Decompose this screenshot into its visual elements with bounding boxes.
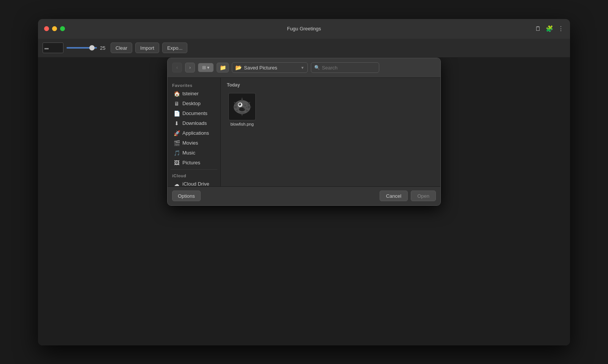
size-value: 25 (100, 45, 108, 51)
dialog-body: Favorites 🏠 tsteiner 🖥 Desktop 📄 Documen… (168, 78, 440, 186)
sidebar-item-applications[interactable]: 🚀 Applications (169, 128, 219, 138)
grid-icon: ⊞ (202, 65, 206, 70)
icloud-label: iCloud (168, 171, 220, 179)
import-button[interactable]: Import (135, 43, 159, 53)
more-icon[interactable]: ⋮ (558, 25, 564, 32)
chevron-down-icon: ▼ (301, 66, 304, 70)
dialog-toolbar: ‹ › ⊞ ▾ 📁 📂 Saved Pictures ▼ (168, 58, 440, 78)
minimize-button[interactable] (52, 26, 57, 31)
home-icon: 🏠 (174, 91, 180, 97)
documents-icon: 📄 (174, 110, 180, 117)
pictures-icon: 🖼 (174, 160, 180, 166)
file-name: blowfish.png (230, 122, 253, 126)
svg-point-12 (239, 104, 240, 104)
back-button[interactable]: ‹ (172, 63, 182, 72)
sidebar-item-desktop[interactable]: 🖥 Desktop (169, 99, 219, 109)
folder-icon: 📁 (220, 65, 226, 71)
sidebar-item-label: Documents (182, 110, 207, 116)
options-button[interactable]: Options (172, 191, 201, 201)
sidebar-item-music[interactable]: 🎵 Music (169, 148, 219, 158)
sidebar-item-documents[interactable]: 📄 Documents (169, 109, 219, 118)
search-icon: 🔍 (314, 65, 320, 70)
traffic-lights (44, 26, 65, 31)
grid-view-button[interactable]: ⊞ ▾ (198, 63, 213, 72)
main-content: ‹ › ⊞ ▾ 📁 📂 Saved Pictures ▼ (38, 58, 570, 345)
sidebar-item-pictures[interactable]: 🖼 Pictures (169, 158, 219, 168)
title-actions: 🗒 🧩 ⋮ (535, 25, 564, 32)
location-folder-icon: 📂 (235, 65, 242, 71)
main-window: Fugu Greetings 🗒 🧩 ⋮ ▬ 25 Clear Import E… (38, 19, 570, 345)
title-bar: Fugu Greetings 🗒 🧩 ⋮ (38, 19, 570, 39)
svg-point-17 (239, 112, 245, 114)
file-grid: blowfish.png (227, 91, 434, 128)
grid-label: ▾ (207, 65, 209, 70)
favorites-label: Favorites (168, 81, 220, 89)
downloads-icon: ⬇ (174, 120, 180, 126)
sidebar-item-label: Music (182, 150, 195, 156)
search-box[interactable]: 🔍 Search (311, 62, 379, 73)
sidebar-item-tsteiner[interactable]: 🏠 tsteiner (169, 89, 219, 99)
export-button[interactable]: Expo... (162, 43, 187, 53)
blowfish-image (230, 94, 255, 119)
desktop-icon: 🖥 (174, 101, 180, 107)
sidebar-item-label: Pictures (182, 160, 200, 165)
applications-icon: 🚀 (174, 130, 180, 136)
file-section-today: Today (227, 82, 434, 88)
file-thumbnail (228, 93, 256, 120)
file-dialog: ‹ › ⊞ ▾ 📁 📂 Saved Pictures ▼ (167, 58, 441, 206)
clear-button[interactable]: Clear (111, 43, 132, 53)
sidebar-item-label: Downloads (182, 120, 207, 126)
slider-thumb[interactable] (89, 45, 95, 50)
file-item-blowfish[interactable]: blowfish.png (227, 91, 257, 128)
puzzle-icon[interactable]: 🧩 (546, 25, 553, 32)
folder-button[interactable]: 📁 (217, 63, 229, 72)
view-toggle: ⊞ ▾ (198, 63, 214, 72)
sidebar-item-movies[interactable]: 🎬 Movies (169, 138, 219, 148)
sidebar-item-label: tsteiner (182, 91, 199, 96)
sidebar-item-icloud-drive[interactable]: ☁ iCloud Drive (169, 179, 219, 186)
size-slider[interactable] (66, 47, 97, 49)
toolbar: ▬ 25 Clear Import Expo... (38, 39, 570, 58)
size-input-box: ▬ (43, 43, 63, 53)
document-icon[interactable]: 🗒 (535, 25, 541, 32)
sidebar-item-label: Movies (182, 140, 198, 146)
dialog-footer: Options Cancel Open (168, 186, 440, 205)
forward-button[interactable]: › (185, 63, 195, 72)
svg-point-11 (239, 103, 241, 106)
location-label: Saved Pictures (244, 65, 277, 71)
search-placeholder: Search (322, 65, 337, 71)
back-icon: ‹ (176, 65, 178, 70)
cancel-button[interactable]: Cancel (380, 191, 408, 201)
dialog-sidebar: Favorites 🏠 tsteiner 🖥 Desktop 📄 Documen… (168, 78, 221, 186)
location-dropdown[interactable]: 📂 Saved Pictures ▼ (232, 62, 308, 73)
music-icon: 🎵 (174, 150, 180, 156)
footer-right: Cancel Open (380, 191, 436, 201)
close-button[interactable] (44, 26, 49, 31)
maximize-button[interactable] (60, 26, 65, 31)
svg-point-16 (246, 107, 247, 108)
sidebar-item-label: Desktop (182, 101, 201, 106)
sidebar-item-label: iCloud Drive (182, 181, 209, 186)
window-title: Fugu Greetings (287, 26, 321, 32)
forward-icon: › (189, 65, 191, 70)
file-area: Today (221, 78, 440, 186)
movies-icon: 🎬 (174, 140, 180, 146)
sidebar-divider (171, 169, 217, 170)
svg-point-14 (244, 105, 246, 106)
cloud-icon: ☁ (174, 181, 180, 186)
svg-point-15 (244, 108, 245, 109)
sidebar-item-downloads[interactable]: ⬇ Downloads (169, 118, 219, 128)
open-button[interactable]: Open (411, 191, 436, 201)
sidebar-item-label: Applications (182, 130, 209, 136)
